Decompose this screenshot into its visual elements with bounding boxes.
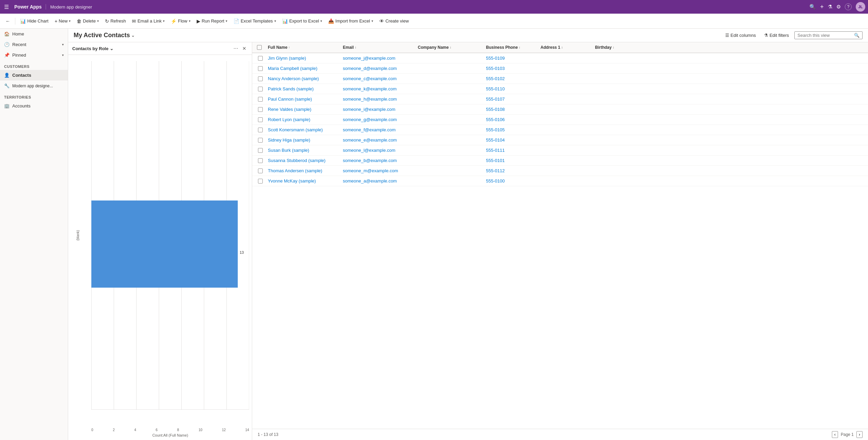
row-email[interactable]: someone_l@example.com [341, 145, 416, 155]
row-email[interactable]: someone_j@example.com [341, 53, 416, 63]
row-email[interactable]: someone_i@example.com [341, 104, 416, 114]
settings-nav-icon[interactable]: ⚙ [836, 4, 841, 10]
row-phone[interactable]: 555-0112 [484, 166, 538, 176]
row-phone[interactable]: 555-0108 [484, 104, 538, 114]
col-header-email[interactable]: Email ↕ [341, 42, 416, 53]
email-link-button[interactable]: ✉ Email a Link ▾ [129, 17, 167, 25]
run-report-dropdown-icon[interactable]: ▾ [226, 19, 227, 23]
new-button[interactable]: + New ▾ [52, 17, 73, 25]
row-email[interactable]: someone_c@example.com [341, 74, 416, 84]
row-email[interactable]: someone_f@example.com [341, 125, 416, 135]
row-phone[interactable]: 555-0101 [484, 156, 538, 165]
view-title-chevron[interactable]: ⌄ [131, 33, 135, 38]
flow-button[interactable]: ⚡ Flow ▾ [168, 17, 193, 25]
row-checkbox[interactable] [258, 87, 263, 91]
refresh-button[interactable]: ↻ Refresh [102, 17, 129, 25]
row-fullname[interactable]: Jim Glynn (sample) [266, 53, 341, 63]
col-header-birthday[interactable]: Birthday ↕ [593, 42, 627, 53]
row-checkbox[interactable] [258, 179, 263, 184]
row-phone[interactable]: 555-0100 [484, 176, 538, 186]
excel-templates-button[interactable]: 📄 Excel Templates ▾ [231, 17, 278, 25]
recent-expand-icon[interactable]: ▾ [62, 43, 64, 46]
row-phone[interactable]: 555-0111 [484, 145, 538, 155]
row-phone[interactable]: 555-0109 [484, 53, 538, 63]
row-phone[interactable]: 555-0105 [484, 125, 538, 135]
row-email[interactable]: someone_m@example.com [341, 166, 416, 176]
prev-page-button[interactable]: ‹ [832, 431, 838, 438]
sidebar-item-recent[interactable]: 🕐 Recent ▾ [0, 39, 68, 50]
next-page-button[interactable]: › [856, 431, 863, 438]
edit-filters-button[interactable]: ⚗ Edit filters [761, 31, 792, 39]
flow-dropdown-icon[interactable]: ▾ [189, 19, 191, 23]
sidebar-item-pinned[interactable]: 📌 Pinned ▾ [0, 50, 68, 60]
email-dropdown-icon[interactable]: ▾ [163, 19, 165, 23]
row-phone[interactable]: 555-0110 [484, 84, 538, 94]
hide-chart-button[interactable]: 📊 Hide Chart [17, 17, 51, 25]
row-email[interactable]: someone_a@example.com [341, 176, 416, 186]
row-email[interactable]: someone_b@example.com [341, 156, 416, 165]
row-email[interactable]: someone_h@example.com [341, 94, 416, 104]
run-report-button[interactable]: ▶ Run Report ▾ [194, 17, 230, 25]
col-header-company[interactable]: Company Name ↕ [416, 42, 484, 53]
row-fullname[interactable]: Robert Lyon (sample) [266, 115, 341, 124]
filter-nav-icon[interactable]: ⚗ [828, 4, 832, 10]
row-fullname[interactable]: Susanna Stubberod (sample) [266, 156, 341, 165]
row-checkbox[interactable] [258, 138, 263, 143]
hamburger-menu[interactable]: ☰ [3, 2, 10, 12]
excel-templates-dropdown-icon[interactable]: ▾ [274, 19, 276, 23]
row-checkbox[interactable] [258, 76, 263, 81]
row-checkbox[interactable] [258, 117, 263, 122]
row-phone[interactable]: 555-0106 [484, 115, 538, 124]
chart-close-icon[interactable]: ✕ [241, 45, 248, 52]
row-checkbox[interactable] [258, 168, 263, 173]
sidebar-item-contacts[interactable]: 👤 Contacts [0, 70, 68, 80]
row-fullname[interactable]: Nancy Anderson (sample) [266, 74, 341, 84]
add-nav-icon[interactable]: + [820, 3, 824, 11]
delete-dropdown-icon[interactable]: ▾ [97, 19, 99, 23]
row-checkbox[interactable] [258, 158, 263, 163]
col-header-address[interactable]: Address 1 ↕ [538, 42, 593, 53]
row-fullname[interactable]: Thomas Andersen (sample) [266, 166, 341, 176]
import-excel-button[interactable]: 📥 Import from Excel ▾ [325, 17, 376, 25]
search-nav-icon[interactable]: 🔍 [809, 4, 816, 10]
row-fullname[interactable]: Maria Campbell (sample) [266, 63, 341, 73]
row-checkbox[interactable] [258, 107, 263, 112]
pinned-expand-icon[interactable]: ▾ [62, 53, 64, 57]
delete-button[interactable]: 🗑 Delete ▾ [74, 17, 102, 25]
edit-columns-button[interactable]: ☰ Edit columns [722, 31, 759, 39]
sidebar-item-accounts[interactable]: 🏢 Accounts [0, 101, 68, 111]
row-email[interactable]: someone_e@example.com [341, 135, 416, 145]
row-phone[interactable]: 555-0104 [484, 135, 538, 145]
row-checkbox[interactable] [258, 128, 263, 132]
row-checkbox[interactable] [258, 56, 263, 61]
row-fullname[interactable]: Patrick Sands (sample) [266, 84, 341, 94]
help-nav-icon[interactable]: ? [845, 3, 852, 10]
row-fullname[interactable]: Paul Cannon (sample) [266, 94, 341, 104]
sidebar-item-home[interactable]: 🏠 Home [0, 29, 68, 39]
row-fullname[interactable]: Rene Valdes (sample) [266, 104, 341, 114]
create-view-button[interactable]: 👁 Create view [377, 17, 412, 25]
col-header-phone[interactable]: Business Phone ↕ [484, 42, 538, 53]
user-avatar[interactable]: JL [856, 2, 865, 12]
row-phone[interactable]: 555-0107 [484, 94, 538, 104]
row-checkbox[interactable] [258, 148, 263, 153]
export-excel-button[interactable]: 📊 Export to Excel ▾ [279, 17, 325, 25]
col-header-fullname[interactable]: Full Name ↑ [266, 42, 341, 53]
row-fullname[interactable]: Scott Konersmann (sample) [266, 125, 341, 135]
chart-title-button[interactable]: Contacts by Role ⌄ [72, 46, 113, 51]
row-checkbox[interactable] [258, 97, 263, 102]
row-email[interactable]: someone_k@example.com [341, 84, 416, 94]
new-dropdown-icon[interactable]: ▾ [69, 19, 71, 23]
search-box[interactable]: 🔍 [794, 31, 863, 39]
search-icon[interactable]: 🔍 [854, 33, 859, 38]
sidebar-item-modern-designer[interactable]: 🔧 Modern app designe... [0, 80, 68, 91]
export-excel-dropdown-icon[interactable]: ▾ [320, 19, 322, 23]
back-button[interactable]: ← [3, 17, 13, 25]
row-phone[interactable]: 555-0102 [484, 74, 538, 84]
chart-more-icon[interactable]: ⋯ [232, 45, 240, 52]
row-email[interactable]: someone_d@example.com [341, 63, 416, 73]
import-excel-dropdown-icon[interactable]: ▾ [371, 19, 373, 23]
row-email[interactable]: someone_g@example.com [341, 115, 416, 124]
row-phone[interactable]: 555-0103 [484, 63, 538, 73]
row-fullname[interactable]: Susan Burk (sample) [266, 145, 341, 155]
